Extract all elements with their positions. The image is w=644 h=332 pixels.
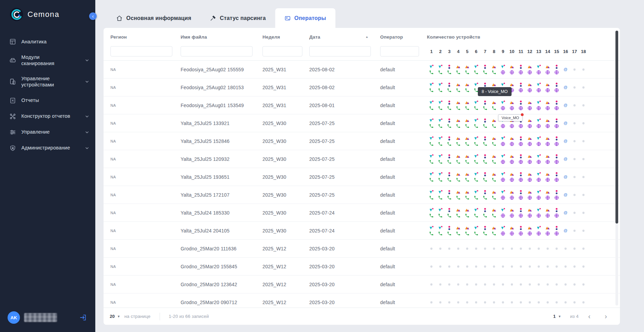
device-cell-6[interactable]: [472, 115, 481, 132]
filter-week-input[interactable]: [262, 46, 302, 56]
device-cell-11[interactable]: [516, 133, 525, 150]
device-cell-4[interactable]: [454, 79, 463, 96]
device-cell-5[interactable]: [463, 151, 472, 168]
device-cell-14[interactable]: [543, 168, 552, 186]
device-cell-2[interactable]: [436, 133, 445, 150]
device-cell-2[interactable]: [436, 151, 445, 168]
device-cell-3[interactable]: [445, 97, 454, 114]
device-cell-3[interactable]: [445, 186, 454, 204]
table-row[interactable]: NAYalta_25Jul24 2041052025_W302025-07-24…: [104, 222, 620, 240]
device-cell-13[interactable]: [534, 97, 543, 114]
device-cell-15[interactable]: [552, 133, 561, 150]
table-row[interactable]: NAYalta_25Jul25 1528462025_W302025-07-25…: [104, 132, 620, 150]
device-cell-15[interactable]: [552, 79, 561, 96]
device-cell-10[interactable]: [507, 204, 516, 221]
column-header-file[interactable]: Имя файла: [181, 34, 262, 40]
device-cell-1[interactable]: [427, 151, 436, 168]
device-cell-12[interactable]: [525, 151, 534, 168]
device-cell-5[interactable]: [463, 79, 472, 96]
device-cell-12[interactable]: [525, 79, 534, 96]
device-cell-15[interactable]: [552, 115, 561, 132]
device-cell-16[interactable]: @: [561, 79, 570, 96]
device-cell-3[interactable]: [445, 133, 454, 150]
device-cell-14[interactable]: [543, 115, 552, 132]
device-cell-9[interactable]: [498, 151, 507, 168]
device-cell-9[interactable]: [498, 61, 507, 78]
device-cell-12[interactable]: [525, 168, 534, 186]
device-cell-4[interactable]: [454, 168, 463, 186]
device-cell-10[interactable]: [507, 168, 516, 186]
device-cell-8[interactable]: [490, 186, 498, 204]
device-cell-5[interactable]: [463, 97, 472, 114]
device-cell-13[interactable]: [534, 115, 543, 132]
device-cell-13[interactable]: [534, 61, 543, 78]
device-cell-2[interactable]: [436, 61, 445, 78]
device-cell-14[interactable]: [543, 186, 552, 204]
page-select[interactable]: 1 ▼: [553, 314, 561, 319]
device-cell-12[interactable]: [525, 222, 534, 239]
table-row[interactable]: NAYalta_25Jul25 1339212025_W302025-07-25…: [104, 114, 620, 132]
next-page-button[interactable]: ›: [600, 311, 612, 322]
device-cell-1[interactable]: [427, 97, 436, 114]
device-cell-16[interactable]: @: [561, 151, 570, 168]
filter-date-input[interactable]: [309, 46, 371, 56]
filter-operator-input[interactable]: [380, 46, 419, 56]
device-cell-10[interactable]: [507, 186, 516, 204]
device-cell-14[interactable]: [543, 97, 552, 114]
device-cell-3[interactable]: [445, 168, 454, 186]
device-cell-8[interactable]: [490, 97, 498, 114]
device-cell-10[interactable]: [507, 222, 516, 239]
sidebar-item-analytics[interactable]: Аналитика: [0, 34, 95, 50]
column-header-operator[interactable]: Оператор: [380, 34, 427, 40]
device-cell-7[interactable]: [481, 186, 490, 204]
table-row[interactable]: NAFeodosiya_25Aug02 1555592025_W312025-0…: [104, 61, 620, 79]
tab-operators[interactable]: Операторы: [275, 8, 335, 28]
device-cell-11[interactable]: [516, 222, 525, 239]
page-size-select[interactable]: 20 ▼: [110, 314, 120, 319]
filter-file-input[interactable]: [181, 46, 253, 56]
device-cell-13[interactable]: [534, 222, 543, 239]
table-row[interactable]: NAFeodosiya_25Aug02 1801532025_W312025-0…: [104, 79, 620, 96]
device-cell-13[interactable]: [534, 79, 543, 96]
column-header-region[interactable]: Регион: [110, 34, 181, 40]
sidebar-item-device-management[interactable]: Управление устройствами: [0, 71, 95, 92]
device-cell-2[interactable]: [436, 79, 445, 96]
device-cell-1[interactable]: [427, 79, 436, 96]
device-cell-15[interactable]: [552, 186, 561, 204]
device-cell-2[interactable]: [436, 186, 445, 204]
device-cell-4[interactable]: [454, 61, 463, 78]
device-cell-3[interactable]: [445, 115, 454, 132]
device-cell-6[interactable]: [472, 151, 481, 168]
device-cell-4[interactable]: [454, 204, 463, 221]
device-cell-13[interactable]: [534, 186, 543, 204]
device-cell-2[interactable]: [436, 222, 445, 239]
device-cell-16[interactable]: @: [561, 115, 570, 132]
device-cell-1[interactable]: [427, 133, 436, 150]
device-cell-15[interactable]: [552, 61, 561, 78]
device-cell-3[interactable]: [445, 222, 454, 239]
device-cell-8[interactable]: [490, 204, 498, 221]
device-cell-1[interactable]: [427, 222, 436, 239]
device-cell-9[interactable]: [498, 168, 507, 186]
device-cell-10[interactable]: [507, 151, 516, 168]
sidebar-item-administration[interactable]: Администрирование: [0, 140, 95, 156]
device-cell-13[interactable]: [534, 168, 543, 186]
device-cell-6[interactable]: [472, 61, 481, 78]
device-cell-8[interactable]: [490, 115, 498, 132]
device-cell-2[interactable]: [436, 168, 445, 186]
device-cell-12[interactable]: [525, 204, 534, 221]
device-cell-15[interactable]: [552, 97, 561, 114]
device-cell-13[interactable]: [534, 151, 543, 168]
device-cell-15[interactable]: [552, 222, 561, 239]
device-cell-9[interactable]: [498, 186, 507, 204]
device-cell-7[interactable]: [481, 204, 490, 221]
device-cell-2[interactable]: [436, 115, 445, 132]
device-cell-12[interactable]: [525, 115, 534, 132]
device-cell-2[interactable]: [436, 97, 445, 114]
table-row[interactable]: NAYalta_25Jul25 1721072025_W302025-07-25…: [104, 186, 620, 204]
table-row[interactable]: NAGrodno_25Mar20 1116362025_W122025-03-2…: [104, 240, 620, 258]
scrollbar-thumb[interactable]: [615, 31, 618, 224]
filter-region-input[interactable]: [110, 46, 172, 56]
table-row[interactable]: NAGrodno_25Mar20 1236422025_W122025-03-2…: [104, 276, 620, 293]
device-cell-12[interactable]: [525, 61, 534, 78]
